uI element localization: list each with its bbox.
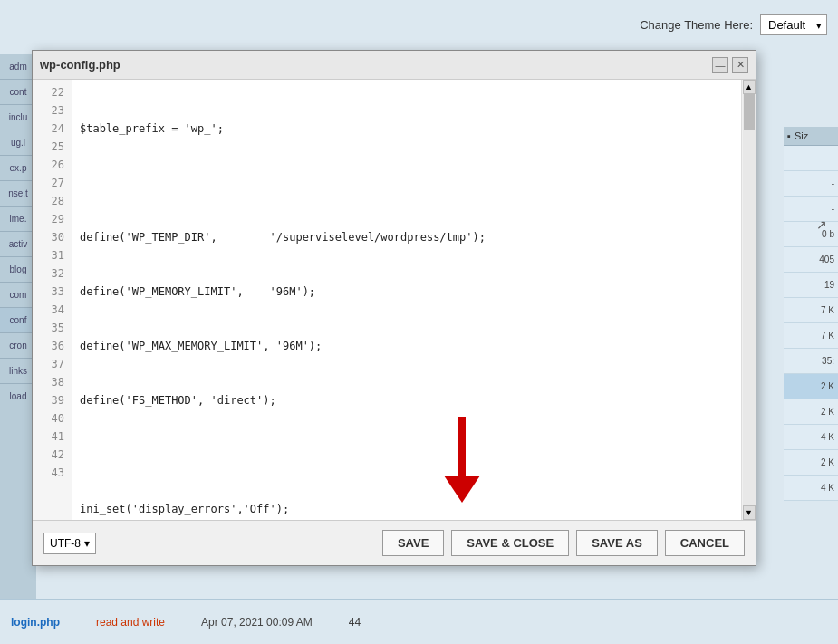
line-num-30: 30 [33, 228, 72, 246]
modal-controls: — ✕ [712, 57, 748, 73]
cancel-button[interactable]: CANCEL [665, 530, 745, 556]
save-close-button[interactable]: SAVE & CLOSE [451, 530, 569, 556]
theme-label: Change Theme Here: [640, 18, 753, 32]
right-list-item-4[interactable]: 0 b [784, 222, 838, 247]
sidebar-item-7[interactable]: lme. [0, 207, 36, 232]
line-num-23: 23 [33, 101, 72, 120]
close-button[interactable]: ✕ [732, 57, 748, 73]
sidebar-item-2[interactable]: cont [0, 80, 36, 105]
line-num-37: 37 [33, 355, 72, 373]
line-num-26: 26 [33, 156, 72, 174]
editor-scrollbar[interactable]: ▲ ▼ [741, 80, 756, 520]
editor-modal: wp-config.php — ✕ 22 23 24 25 26 27 28 2… [32, 50, 756, 566]
bottom-filename[interactable]: login.php [11, 616, 60, 629]
left-sidebar: adm cont inclu ug.l ex.p nse.t lme. acti… [0, 54, 36, 616]
line-num-40: 40 [33, 409, 72, 428]
line-num-36: 36 [33, 337, 72, 355]
bottom-bar: login.php read and write Apr 07, 2021 00… [0, 599, 838, 644]
save-as-button[interactable]: SAVE AS [576, 530, 658, 556]
theme-select[interactable]: Default [760, 14, 827, 35]
save-button[interactable]: SAVE [382, 530, 444, 556]
line-num-31: 31 [33, 246, 72, 264]
scrollbar-up-button[interactable]: ▲ [743, 80, 756, 94]
line-num-32: 32 [33, 264, 72, 283]
line-num-34: 34 [33, 301, 72, 319]
right-list-item-3[interactable]: - [784, 197, 838, 222]
sidebar-item-6[interactable]: nse.t [0, 181, 36, 207]
theme-select-wrapper[interactable]: Default [760, 14, 827, 35]
line-num-27: 27 [33, 174, 72, 192]
line-num-38: 38 [33, 373, 72, 391]
scrollbar-thumb[interactable] [744, 94, 755, 130]
sidebar-item-10[interactable]: com [0, 283, 36, 308]
sidebar-item-5[interactable]: ex.p [0, 156, 36, 181]
theme-bar: Change Theme Here: Default [629, 9, 838, 41]
code-line-23 [80, 174, 734, 192]
right-list-item-10[interactable]: 2 K [784, 374, 838, 399]
sidebar-item-13[interactable]: links [0, 359, 36, 384]
bottom-permission: read and write [96, 616, 165, 629]
bottom-size: 44 [349, 616, 361, 629]
right-list-item-9[interactable]: 35: [784, 349, 838, 374]
code-line-25: define('WP_MEMORY_LIMIT', '96M'); [80, 283, 734, 301]
right-list-item-11[interactable]: 2 K [784, 399, 838, 425]
right-list-item-7[interactable]: 7 K [784, 298, 838, 323]
code-line-28 [80, 446, 734, 464]
modal-titlebar: wp-config.php — ✕ [33, 51, 756, 80]
line-num-42: 42 [33, 446, 72, 464]
encoding-arrow-icon: ▾ [84, 537, 90, 550]
right-list-item-8[interactable]: 7 K [784, 323, 838, 349]
sidebar-item-11[interactable]: conf [0, 308, 36, 333]
line-num-25: 25 [33, 138, 72, 156]
scrollbar-down-button[interactable]: ▼ [743, 505, 756, 520]
scrollbar-track [743, 94, 756, 505]
right-file-list: ▪ Siz - - - 0 b 405 19 7 K 7 K 35: 2 K 2… [784, 127, 838, 634]
bottom-date: Apr 07, 2021 00:09 AM [201, 616, 313, 629]
line-num-33: 33 [33, 283, 72, 301]
modal-title: wp-config.php [40, 58, 120, 72]
code-line-22: $table_prefix = 'wp_'; [80, 120, 734, 138]
editor-area: 22 23 24 25 26 27 28 29 30 31 32 33 34 3… [33, 80, 756, 520]
sidebar-item-3[interactable]: inclu [0, 105, 36, 130]
sidebar-item-14[interactable]: load [0, 384, 36, 409]
right-list-item-6[interactable]: 19 [784, 273, 838, 298]
sidebar-item-9[interactable]: blog [0, 257, 36, 283]
encoding-value: UTF-8 [50, 537, 81, 550]
right-list-item-2[interactable]: - [784, 171, 838, 197]
line-num-39: 39 [33, 391, 72, 409]
line-num-22: 22 [33, 83, 72, 101]
sidebar-item-8[interactable]: activ [0, 232, 36, 257]
sidebar-item-12[interactable]: cron [0, 333, 36, 359]
line-num-41: 41 [33, 428, 72, 446]
right-list-item-13[interactable]: 2 K [784, 450, 838, 476]
minimize-button[interactable]: — [712, 57, 728, 73]
line-numbers: 22 23 24 25 26 27 28 29 30 31 32 33 34 3… [33, 80, 72, 520]
sidebar-item-1[interactable]: adm [0, 54, 36, 80]
encoding-select[interactable]: UTF-8 ▾ [43, 533, 96, 554]
line-num-29: 29 [33, 210, 72, 228]
code-editor[interactable]: $table_prefix = 'wp_'; define('WP_TEMP_D… [72, 80, 741, 520]
size-column-icon: ▪ [787, 130, 791, 141]
size-column-label: Siz [795, 130, 808, 141]
line-num-43: 43 [33, 464, 72, 482]
code-line-27: define('FS_METHOD', 'direct'); [80, 391, 734, 409]
sidebar-item-4[interactable]: ug.l [0, 130, 36, 156]
code-line-29: ini_set('display_errors','Off'); [80, 500, 734, 518]
code-line-24: define('WP_TEMP_DIR', '/superviselevel/w… [80, 228, 734, 246]
right-list-item-12[interactable]: 4 K [784, 425, 838, 450]
right-list-item-5[interactable]: 405 [784, 247, 838, 273]
right-list-header: ▪ Siz [784, 127, 838, 146]
right-list-item-14[interactable]: 4 K [784, 476, 838, 501]
line-num-24: 24 [33, 120, 72, 138]
line-num-35: 35 [33, 319, 72, 337]
line-num-28: 28 [33, 192, 72, 210]
right-list-item-1[interactable]: - [784, 146, 838, 171]
code-line-26: define('WP_MAX_MEMORY_LIMIT', '96M'); [80, 337, 734, 355]
modal-toolbar: UTF-8 ▾ SAVE SAVE & CLOSE SAVE AS CANCEL [33, 520, 756, 565]
